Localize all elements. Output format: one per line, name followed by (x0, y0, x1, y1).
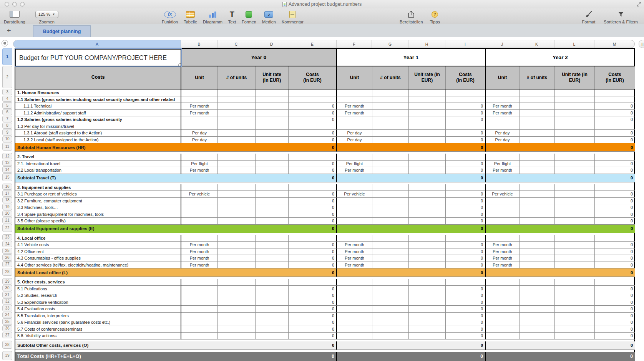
subtotal-zero-y0[interactable]: 0 (289, 341, 337, 350)
unit-cell[interactable] (337, 154, 372, 161)
costs-cell[interactable]: 0 (595, 286, 635, 293)
unit-rate-cell[interactable] (256, 89, 289, 96)
subtotal-label[interactable]: Subtotal Equipment and supplies (E) (15, 225, 289, 233)
num-units-cell[interactable] (218, 248, 256, 255)
num-units-cell[interactable] (218, 184, 256, 191)
unit-rate-cell[interactable] (409, 286, 446, 293)
num-units-cell[interactable] (372, 137, 409, 144)
row-header-19[interactable]: 19 (2, 204, 12, 210)
unit-cell[interactable]: Per month (486, 167, 520, 174)
costs-cell[interactable]: 0 (289, 110, 337, 117)
unit-rate-cell[interactable] (256, 262, 289, 269)
sub-header-y1-0[interactable]: Unit (337, 66, 372, 89)
num-units-cell[interactable] (520, 198, 555, 205)
unit-cell[interactable]: Per flight (486, 161, 520, 167)
chart-button[interactable]: Diagramm (203, 10, 222, 24)
unit-rate-cell[interactable] (409, 306, 446, 313)
function-button[interactable]: fx Funktion (162, 10, 178, 24)
unit-cell[interactable]: Per month (181, 167, 218, 174)
costs-cell[interactable]: 0 (446, 211, 486, 218)
costs-cell[interactable]: 0 (446, 292, 486, 299)
column-header-D[interactable]: D (255, 40, 288, 48)
num-units-cell[interactable] (520, 218, 555, 225)
costs-cell[interactable]: 0 (446, 326, 486, 333)
row-header-14[interactable]: 14 (2, 166, 12, 173)
num-units-cell[interactable] (218, 89, 256, 96)
text-button[interactable]: T Text (228, 10, 236, 24)
unit-rate-cell[interactable] (409, 116, 446, 123)
subtotal-zero-y2[interactable]: 0 (595, 143, 635, 152)
unit-cell[interactable] (486, 116, 520, 123)
year-header-1[interactable]: Year 1 (337, 49, 486, 66)
costs-cell[interactable]: 0 (595, 116, 635, 123)
costs-cell[interactable]: 0 (595, 110, 635, 117)
num-units-cell[interactable] (372, 262, 409, 269)
costs-cell[interactable]: 0 (446, 116, 486, 123)
unit-rate-cell[interactable] (555, 279, 595, 286)
unit-cell[interactable] (181, 333, 218, 339)
unit-rate-cell[interactable] (256, 218, 289, 225)
media-button[interactable]: ♪ Medien (262, 10, 276, 24)
row-label[interactable]: 3.1 Purchase or rent of vehicles (15, 191, 181, 198)
row-header-39[interactable]: 39 (2, 351, 12, 360)
row-header-9[interactable]: 9 (2, 129, 12, 136)
costs-cell[interactable] (446, 123, 486, 130)
num-units-cell[interactable] (520, 110, 555, 117)
row-header-5[interactable]: 5 (2, 102, 12, 109)
row-header-23[interactable]: 23 (2, 234, 12, 241)
unit-cell[interactable] (486, 204, 520, 211)
unit-cell[interactable] (181, 286, 218, 293)
costs-cell[interactable]: 0 (446, 306, 486, 313)
num-units-cell[interactable] (372, 110, 409, 117)
subtotal-zero-y2[interactable]: 0 (595, 341, 635, 350)
costs-cell[interactable]: 0 (595, 306, 635, 313)
unit-cell[interactable] (486, 154, 520, 161)
subtotal-label[interactable]: Subtotal Other costs, services (O) (15, 341, 289, 350)
unit-cell[interactable] (181, 235, 218, 242)
column-header-K[interactable]: K (519, 40, 554, 48)
costs-cell[interactable]: 0 (595, 242, 635, 248)
row-label[interactable]: 3.3 Machines, tools… (15, 204, 181, 211)
costs-cell[interactable]: 0 (595, 218, 635, 225)
costs-cell[interactable]: 0 (446, 137, 486, 144)
num-units-cell[interactable] (218, 204, 256, 211)
sort-filter-button[interactable]: Sortieren & Filtern (604, 10, 638, 24)
num-units-cell[interactable] (520, 248, 555, 255)
unit-cell[interactable]: Per day (337, 137, 372, 144)
num-units-cell[interactable] (520, 235, 555, 242)
costs-cell[interactable]: 0 (289, 333, 337, 339)
costs-cell[interactable] (595, 96, 635, 103)
column-header-H[interactable]: H (408, 40, 445, 48)
unit-rate-cell[interactable] (555, 167, 595, 174)
num-units-cell[interactable] (218, 191, 256, 198)
num-units-cell[interactable] (218, 123, 256, 130)
unit-cell[interactable] (337, 96, 372, 103)
row-header-13[interactable]: 13 (2, 160, 12, 166)
costs-cell[interactable]: 0 (595, 299, 635, 306)
num-units-cell[interactable] (520, 123, 555, 130)
subtotal-band-y2[interactable] (486, 268, 595, 277)
unit-rate-cell[interactable] (256, 123, 289, 130)
costs-cell[interactable] (446, 279, 486, 286)
costs-cell[interactable] (289, 279, 337, 286)
costs-cell[interactable]: 0 (595, 333, 635, 339)
row-label[interactable]: 5.8. Visibility actions1 (15, 333, 181, 339)
unit-rate-cell[interactable] (256, 255, 289, 262)
unit-cell[interactable] (486, 279, 520, 286)
costs-cell[interactable]: 0 (289, 299, 337, 306)
row-label[interactable]: 5.6 Financial services (bank guarantee c… (15, 319, 181, 326)
num-units-cell[interactable] (520, 103, 555, 110)
unit-cell[interactable]: Per vehicle (337, 191, 372, 198)
unit-rate-cell[interactable] (409, 130, 446, 137)
unit-cell[interactable] (486, 306, 520, 313)
unit-cell[interactable]: Per month (181, 262, 218, 269)
unit-cell[interactable] (181, 204, 218, 211)
row-label[interactable]: 5.7 Costs of conferences/seminars (15, 326, 181, 333)
unit-rate-cell[interactable] (555, 161, 595, 167)
unit-rate-cell[interactable] (555, 218, 595, 225)
unit-rate-cell[interactable] (555, 319, 595, 326)
num-units-cell[interactable] (372, 89, 409, 96)
subtotal-band-y2[interactable] (486, 341, 595, 350)
costs-cell[interactable] (595, 89, 635, 96)
unit-rate-cell[interactable] (256, 198, 289, 205)
